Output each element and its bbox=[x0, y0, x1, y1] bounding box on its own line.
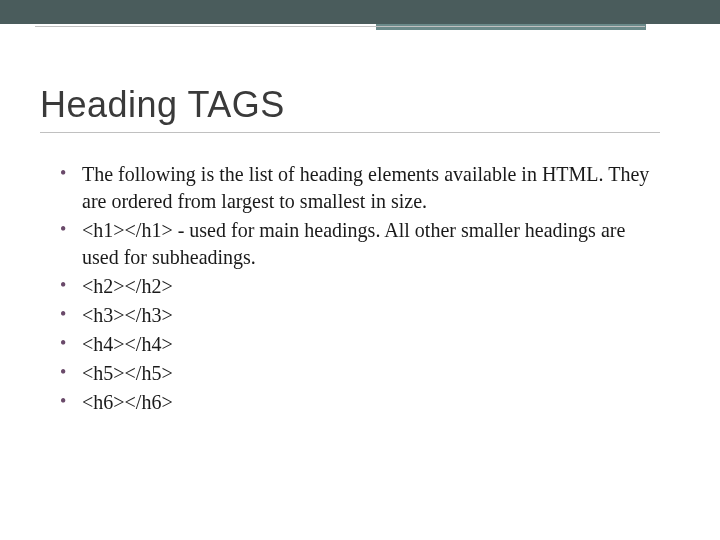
list-item: <h5></h5> bbox=[60, 360, 665, 387]
list-item: <h6></h6> bbox=[60, 389, 665, 416]
slide-accent-bar bbox=[376, 24, 646, 30]
list-item: <h1></h1> - used for main headings. All … bbox=[60, 217, 665, 271]
slide-content: Heading TAGS The following is the list o… bbox=[0, 24, 720, 416]
slide-title-underline bbox=[40, 132, 660, 133]
slide-title: Heading TAGS bbox=[40, 84, 665, 126]
list-item: <h4></h4> bbox=[60, 331, 665, 358]
slide-divider-top bbox=[35, 26, 645, 27]
list-item: <h2></h2> bbox=[60, 273, 665, 300]
bullet-list: The following is the list of heading ele… bbox=[40, 161, 665, 416]
slide-top-bar bbox=[0, 0, 720, 24]
list-item: <h3></h3> bbox=[60, 302, 665, 329]
list-item: The following is the list of heading ele… bbox=[60, 161, 665, 215]
